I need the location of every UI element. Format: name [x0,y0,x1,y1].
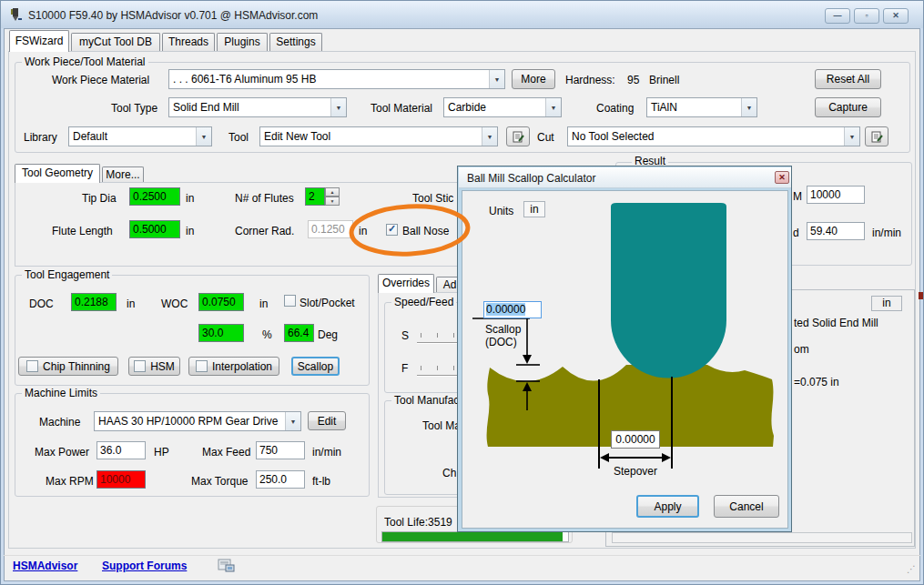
tab-overrides[interactable]: Overrides [378,274,434,293]
apply-button[interactable]: Apply [636,495,699,518]
interpolation-checkbox[interactable] [196,360,208,372]
capture-button[interactable]: Capture [815,97,881,117]
cancel-button[interactable]: Cancel [714,495,779,518]
left-arrowhead [600,453,609,462]
tip-dia-input[interactable] [129,187,180,206]
max-power-input[interactable] [96,441,146,459]
chip-thinning-button[interactable]: Chip Thinning [18,357,118,376]
tab-settings[interactable]: Settings [269,33,322,51]
feed-override-label: F [401,362,408,375]
tool-label: Tool [228,131,249,144]
machine-value: HAAS 30 HP/10000 RPM Gear Drive [95,415,285,428]
cut-db-button[interactable] [865,126,888,146]
slider-tick [437,366,438,370]
down-arrowhead [523,355,532,364]
maximize-button[interactable]: ▫ [854,8,879,24]
doc-unit: in [127,298,135,310]
scallop-doc-input[interactable]: 0.00000 [483,301,542,318]
results-line2-fragment: om [794,343,830,356]
feedback-icon[interactable] [218,558,236,573]
tab-fswizard[interactable]: FSWizard [9,30,69,52]
woc-label: WOC [161,298,188,310]
chevron-down-icon: ▼ [330,98,346,116]
tool-type-select[interactable]: Solid End Mill▼ [168,97,347,117]
slider-tick [421,366,421,370]
doc-input[interactable] [71,293,117,311]
max-feed-input[interactable] [256,441,305,459]
library-value: Default [69,130,196,143]
cut-select[interactable]: No Tool Selected▼ [567,126,860,146]
woc-percent-input[interactable] [198,324,244,342]
scallop-button[interactable]: Scallop [291,357,340,376]
library-select[interactable]: Default▼ [68,126,212,146]
chevron-down-icon: ▼ [545,98,561,116]
tab-plugins[interactable]: Plugins [217,33,268,51]
ball-nose-checkbox[interactable] [386,224,398,236]
hardness-value: 95 [627,74,639,86]
flute-length-label: Flute Length [52,225,113,237]
edit-machine-button[interactable]: Edit [308,411,346,430]
reset-all-button[interactable]: Reset All [815,69,881,89]
ball-mill-tool-shape [611,203,726,378]
spin-up-icon[interactable]: ▲ [325,187,340,197]
tip-dia-label: Tip Dia [82,192,117,205]
hsm-checkbox[interactable] [134,360,146,372]
footer-divider [4,555,920,556]
work-piece-material-label: Work Piece Material [52,74,149,86]
feed-input[interactable] [807,222,865,240]
minimize-button[interactable]: — [825,8,850,24]
coating-select[interactable]: TiAlN▼ [646,97,757,117]
engagement-angle-input[interactable] [284,324,314,342]
tool-material-label: Tool Material [371,102,432,115]
slider-tick [421,333,421,338]
title-bar[interactable]: S10000 F59.40 by HSMAdvisor v0.701 @ HSM… [1,1,923,28]
flute-length-input[interactable] [129,220,180,238]
tool-value: Edit New Tool [260,130,482,143]
woc-input[interactable] [198,293,244,311]
support-forums-link[interactable]: Support Forums [102,560,187,572]
feed-label-fragment: d [793,227,802,239]
chevron-down-icon: ▼ [844,127,859,146]
interpolation-button[interactable]: Interpolation [188,357,279,376]
ball-nose-label: Ball Nose [402,225,449,237]
close-button[interactable]: ✕ [883,8,909,24]
max-torque-input[interactable] [256,470,305,489]
angle-unit: Deg [318,328,338,341]
tool-material-select[interactable]: Carbide▼ [443,97,562,117]
stepover-input[interactable]: 0.00000 [611,430,660,449]
slot-pocket-label: Slot/Pocket [300,297,355,309]
work-piece-material-select[interactable]: . . . 6061-T6 Aluminum 95 HB▼ [168,69,505,89]
chevron-down-icon: ▼ [196,127,211,146]
tool-type-value: Solid End Mill [169,101,330,114]
hardness-label: Hardness: [565,74,615,86]
chip-thinning-label: Chip Thinning [43,360,110,373]
tab-mycut-tool-db[interactable]: myCut Tool DB [71,33,160,51]
rpm-input[interactable] [807,186,865,204]
max-rpm-input[interactable] [96,470,146,489]
flutes-stepper[interactable]: ▲▼ [325,187,340,206]
max-torque-unit: ft-lb [312,475,330,488]
flutes-input[interactable] [305,187,325,206]
tab-geometry-more[interactable]: More... [102,166,144,183]
stepover-label: Stepover [599,465,672,478]
corner-rad-input[interactable] [308,220,353,238]
chip-thinning-checkbox[interactable] [26,360,38,372]
edit-list-icon [513,131,524,143]
tab-threads[interactable]: Threads [162,33,215,51]
tool-db-button[interactable] [506,126,530,146]
spin-down-icon[interactable]: ▼ [325,197,340,206]
hsm-button[interactable]: HSM [128,357,180,376]
tab-tool-geometry[interactable]: Tool Geometry [15,164,100,183]
cut-label: Cut [537,131,554,144]
results-unit-tab[interactable]: in [871,296,902,311]
machine-select[interactable]: HAAS 30 HP/10000 RPM Gear Drive▼ [94,411,301,431]
tool-select[interactable]: Edit New Tool▼ [259,126,498,146]
app-icon [8,7,23,22]
slot-pocket-checkbox[interactable] [284,295,296,307]
workpiece-group-label: Work Piece/Tool Material [22,56,148,68]
app-window: S10000 F59.40 by HSMAdvisor v0.701 @ HSM… [0,0,924,585]
speed-override-label: S [401,329,409,342]
resize-grip[interactable]: ⋰ [907,564,916,574]
hsmadvisor-link[interactable]: HSMAdvisor [13,560,77,572]
more-button[interactable]: More [512,69,555,89]
